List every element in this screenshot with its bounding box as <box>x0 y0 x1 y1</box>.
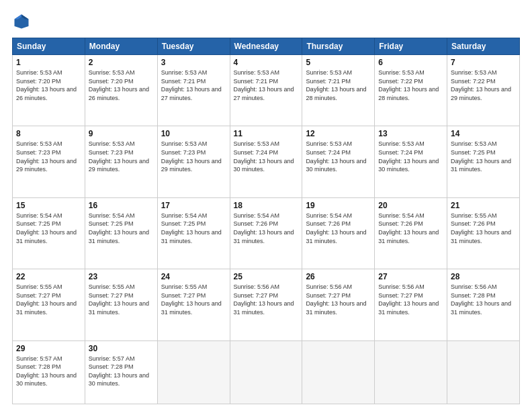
calendar-cell: 9Sunrise: 5:53 AMSunset: 7:23 PMDaylight… <box>85 126 157 197</box>
day-info: Sunrise: 5:56 AMSunset: 7:27 PMDaylight:… <box>234 283 299 316</box>
weekday-header-saturday: Saturday <box>447 38 520 55</box>
day-info: Sunrise: 5:53 AMSunset: 7:24 PMDaylight:… <box>306 140 371 173</box>
day-info: Sunrise: 5:53 AMSunset: 7:22 PMDaylight:… <box>451 68 516 102</box>
day-info: Sunrise: 5:53 AMSunset: 7:21 PMDaylight:… <box>234 68 299 102</box>
day-info: Sunrise: 5:56 AMSunset: 7:27 PMDaylight:… <box>378 283 443 316</box>
day-info: Sunrise: 5:54 AMSunset: 7:25 PMDaylight:… <box>161 212 226 245</box>
day-number: 26 <box>306 272 371 281</box>
day-number: 8 <box>16 129 81 138</box>
day-info: Sunrise: 5:54 AMSunset: 7:25 PMDaylight:… <box>89 212 154 245</box>
calendar-cell <box>302 340 375 404</box>
calendar-cell: 25Sunrise: 5:56 AMSunset: 7:27 PMDayligh… <box>230 269 302 340</box>
day-info: Sunrise: 5:56 AMSunset: 7:28 PMDaylight:… <box>451 283 516 316</box>
calendar-week-5: 29Sunrise: 5:57 AMSunset: 7:28 PMDayligh… <box>13 340 520 404</box>
calendar-cell: 7Sunrise: 5:53 AMSunset: 7:22 PMDaylight… <box>447 55 520 126</box>
calendar-cell: 14Sunrise: 5:53 AMSunset: 7:25 PMDayligh… <box>447 126 520 197</box>
weekday-header-monday: Monday <box>85 38 157 55</box>
day-info: Sunrise: 5:55 AMSunset: 7:27 PMDaylight:… <box>16 283 81 316</box>
calendar-cell: 13Sunrise: 5:53 AMSunset: 7:24 PMDayligh… <box>375 126 447 197</box>
day-info: Sunrise: 5:54 AMSunset: 7:25 PMDaylight:… <box>16 212 81 245</box>
day-number: 18 <box>234 201 299 210</box>
day-number: 5 <box>306 58 371 67</box>
day-info: Sunrise: 5:55 AMSunset: 7:27 PMDaylight:… <box>161 283 226 316</box>
day-info: Sunrise: 5:53 AMSunset: 7:24 PMDaylight:… <box>234 140 299 173</box>
calendar-cell: 19Sunrise: 5:54 AMSunset: 7:26 PMDayligh… <box>302 197 375 269</box>
day-number: 10 <box>161 129 226 138</box>
logo <box>12 12 34 31</box>
calendar-cell: 30Sunrise: 5:57 AMSunset: 7:28 PMDayligh… <box>85 340 157 404</box>
calendar-cell <box>375 340 447 404</box>
day-info: Sunrise: 5:53 AMSunset: 7:25 PMDaylight:… <box>451 140 516 173</box>
calendar-cell: 2Sunrise: 5:53 AMSunset: 7:20 PMDaylight… <box>85 55 157 126</box>
day-info: Sunrise: 5:53 AMSunset: 7:23 PMDaylight:… <box>89 140 154 173</box>
day-info: Sunrise: 5:54 AMSunset: 7:26 PMDaylight:… <box>234 212 299 245</box>
calendar-week-4: 22Sunrise: 5:55 AMSunset: 7:27 PMDayligh… <box>13 269 520 340</box>
weekday-header-thursday: Thursday <box>302 38 375 55</box>
day-info: Sunrise: 5:53 AMSunset: 7:20 PMDaylight:… <box>89 68 154 102</box>
calendar-cell: 1Sunrise: 5:53 AMSunset: 7:20 PMDaylight… <box>13 55 85 126</box>
day-number: 23 <box>89 272 154 281</box>
weekday-header-sunday: Sunday <box>13 38 85 55</box>
calendar-week-2: 8Sunrise: 5:53 AMSunset: 7:23 PMDaylight… <box>13 126 520 197</box>
calendar-cell: 3Sunrise: 5:53 AMSunset: 7:21 PMDaylight… <box>157 55 230 126</box>
calendar-cell: 11Sunrise: 5:53 AMSunset: 7:24 PMDayligh… <box>230 126 302 197</box>
weekday-header-row: SundayMondayTuesdayWednesdayThursdayFrid… <box>13 38 520 55</box>
calendar-cell: 28Sunrise: 5:56 AMSunset: 7:28 PMDayligh… <box>447 269 520 340</box>
day-number: 2 <box>89 58 154 67</box>
calendar-cell: 27Sunrise: 5:56 AMSunset: 7:27 PMDayligh… <box>375 269 447 340</box>
calendar-cell: 10Sunrise: 5:53 AMSunset: 7:23 PMDayligh… <box>157 126 230 197</box>
calendar-cell: 17Sunrise: 5:54 AMSunset: 7:25 PMDayligh… <box>157 197 230 269</box>
day-info: Sunrise: 5:55 AMSunset: 7:27 PMDaylight:… <box>89 283 154 316</box>
day-info: Sunrise: 5:53 AMSunset: 7:22 PMDaylight:… <box>378 68 443 102</box>
calendar-week-1: 1Sunrise: 5:53 AMSunset: 7:20 PMDaylight… <box>13 55 520 126</box>
calendar-cell: 24Sunrise: 5:55 AMSunset: 7:27 PMDayligh… <box>157 269 230 340</box>
calendar-cell: 12Sunrise: 5:53 AMSunset: 7:24 PMDayligh… <box>302 126 375 197</box>
calendar-cell <box>230 340 302 404</box>
day-info: Sunrise: 5:53 AMSunset: 7:21 PMDaylight:… <box>161 68 226 102</box>
day-info: Sunrise: 5:57 AMSunset: 7:28 PMDaylight:… <box>89 355 154 388</box>
calendar-cell: 22Sunrise: 5:55 AMSunset: 7:27 PMDayligh… <box>13 269 85 340</box>
calendar-cell <box>157 340 230 404</box>
day-info: Sunrise: 5:57 AMSunset: 7:28 PMDaylight:… <box>16 355 81 388</box>
day-number: 29 <box>16 344 81 353</box>
weekday-header-wednesday: Wednesday <box>230 38 302 55</box>
day-info: Sunrise: 5:53 AMSunset: 7:20 PMDaylight:… <box>16 68 81 102</box>
calendar-cell: 16Sunrise: 5:54 AMSunset: 7:25 PMDayligh… <box>85 197 157 269</box>
day-number: 28 <box>451 272 516 281</box>
day-info: Sunrise: 5:56 AMSunset: 7:27 PMDaylight:… <box>306 283 371 316</box>
day-info: Sunrise: 5:53 AMSunset: 7:23 PMDaylight:… <box>16 140 81 173</box>
calendar-cell: 8Sunrise: 5:53 AMSunset: 7:23 PMDaylight… <box>13 126 85 197</box>
day-number: 19 <box>306 201 371 210</box>
day-info: Sunrise: 5:54 AMSunset: 7:26 PMDaylight:… <box>306 212 371 245</box>
calendar-cell: 26Sunrise: 5:56 AMSunset: 7:27 PMDayligh… <box>302 269 375 340</box>
weekday-header-friday: Friday <box>375 38 447 55</box>
day-number: 11 <box>234 129 299 138</box>
calendar-cell: 23Sunrise: 5:55 AMSunset: 7:27 PMDayligh… <box>85 269 157 340</box>
day-number: 20 <box>378 201 443 210</box>
calendar-cell: 5Sunrise: 5:53 AMSunset: 7:21 PMDaylight… <box>302 55 375 126</box>
day-info: Sunrise: 5:53 AMSunset: 7:23 PMDaylight:… <box>161 140 226 173</box>
calendar-cell: 4Sunrise: 5:53 AMSunset: 7:21 PMDaylight… <box>230 55 302 126</box>
day-info: Sunrise: 5:53 AMSunset: 7:21 PMDaylight:… <box>306 68 371 102</box>
logo-icon <box>12 12 31 31</box>
day-number: 3 <box>161 58 226 67</box>
day-number: 1 <box>16 58 81 67</box>
calendar-cell: 21Sunrise: 5:55 AMSunset: 7:26 PMDayligh… <box>447 197 520 269</box>
day-number: 15 <box>16 201 81 210</box>
day-number: 24 <box>161 272 226 281</box>
day-number: 12 <box>306 129 371 138</box>
calendar-cell: 20Sunrise: 5:54 AMSunset: 7:26 PMDayligh… <box>375 197 447 269</box>
calendar-cell <box>447 340 520 404</box>
page: SundayMondayTuesdayWednesdayThursdayFrid… <box>0 0 532 411</box>
header <box>12 12 520 31</box>
day-number: 17 <box>161 201 226 210</box>
day-info: Sunrise: 5:54 AMSunset: 7:26 PMDaylight:… <box>378 212 443 245</box>
day-number: 9 <box>89 129 154 138</box>
weekday-header-tuesday: Tuesday <box>157 38 230 55</box>
day-number: 30 <box>89 344 154 353</box>
day-number: 16 <box>89 201 154 210</box>
day-number: 25 <box>234 272 299 281</box>
day-number: 13 <box>378 129 443 138</box>
day-number: 14 <box>451 129 516 138</box>
calendar-cell: 15Sunrise: 5:54 AMSunset: 7:25 PMDayligh… <box>13 197 85 269</box>
